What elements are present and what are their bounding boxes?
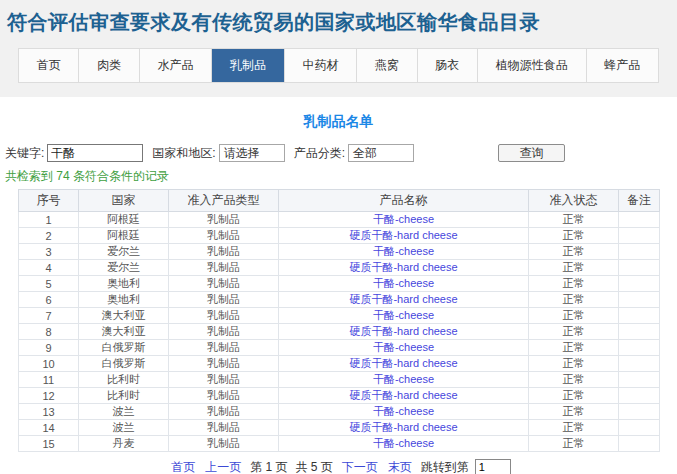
- cell-status: 正常: [529, 292, 619, 308]
- cell-no: 3: [19, 244, 79, 260]
- cell-remark: [619, 420, 660, 436]
- header-area: 符合评估审查要求及有传统贸易的国家或地区输华食品目录 首页肉类水产品乳制品中药材…: [0, 0, 677, 97]
- cell-product: 硬质干酪-hard cheese: [279, 260, 529, 276]
- column-header: 备注: [619, 190, 660, 212]
- cell-type: 乳制品: [169, 228, 279, 244]
- cell-product: 干酪-cheese: [279, 404, 529, 420]
- cell-type: 乳制品: [169, 436, 279, 452]
- page-info: 第 1 页: [250, 460, 287, 474]
- table-row: 5奥地利乳制品干酪-cheese正常: [19, 276, 660, 292]
- page-link-末页[interactable]: 末页: [388, 460, 412, 474]
- product-link[interactable]: 硬质干酪-hard cheese: [349, 421, 457, 433]
- table-row: 15丹麦乳制品干酪-cheese正常: [19, 436, 660, 452]
- cell-status: 正常: [529, 324, 619, 340]
- cell-remark: [619, 356, 660, 372]
- product-link[interactable]: 干酪-cheese: [373, 437, 434, 449]
- cell-no: 2: [19, 228, 79, 244]
- cell-type: 乳制品: [169, 244, 279, 260]
- cell-no: 15: [19, 436, 79, 452]
- cell-status: 正常: [529, 340, 619, 356]
- cell-country: 阿根廷: [79, 212, 169, 228]
- nav-tab-水产品[interactable]: 水产品: [140, 49, 212, 82]
- table-row: 6奥地利乳制品硬质干酪-hard cheese正常: [19, 292, 660, 308]
- cell-product: 干酪-cheese: [279, 212, 529, 228]
- table-row: 9白俄罗斯乳制品干酪-cheese正常: [19, 340, 660, 356]
- table-row: 12比利时乳制品硬质干酪-hard cheese正常: [19, 388, 660, 404]
- cell-type: 乳制品: [169, 212, 279, 228]
- product-link[interactable]: 干酪-cheese: [373, 245, 434, 257]
- jump-page-input[interactable]: [475, 459, 511, 474]
- query-button[interactable]: 查询: [498, 144, 565, 162]
- cell-remark: [619, 436, 660, 452]
- product-link[interactable]: 干酪-cheese: [373, 341, 434, 353]
- product-link[interactable]: 硬质干酪-hard cheese: [349, 325, 457, 337]
- nav-tab-燕窝[interactable]: 燕窝: [357, 49, 417, 82]
- cell-country: 波兰: [79, 404, 169, 420]
- cell-country: 白俄罗斯: [79, 356, 169, 372]
- cell-country: 白俄罗斯: [79, 340, 169, 356]
- cell-remark: [619, 244, 660, 260]
- product-link[interactable]: 干酪-cheese: [373, 373, 434, 385]
- cell-no: 11: [19, 372, 79, 388]
- table-row: 4爱尔兰乳制品硬质干酪-hard cheese正常: [19, 260, 660, 276]
- product-link[interactable]: 硬质干酪-hard cheese: [349, 293, 457, 305]
- nav-tab-植物源性食品[interactable]: 植物源性食品: [478, 49, 586, 82]
- cell-status: 正常: [529, 308, 619, 324]
- page-link-首页[interactable]: 首页: [171, 460, 195, 474]
- cell-country: 奥地利: [79, 292, 169, 308]
- cell-status: 正常: [529, 260, 619, 276]
- nav-tab-首页[interactable]: 首页: [19, 49, 79, 82]
- nav-tab-肠衣[interactable]: 肠衣: [418, 49, 478, 82]
- results-table: 序号国家准入产品类型产品名称准入状态备注 1阿根廷乳制品干酪-cheese正常2…: [18, 189, 660, 452]
- cell-country: 波兰: [79, 420, 169, 436]
- cell-type: 乳制品: [169, 404, 279, 420]
- cell-no: 8: [19, 324, 79, 340]
- cell-product: 硬质干酪-hard cheese: [279, 420, 529, 436]
- product-link[interactable]: 干酪-cheese: [373, 309, 434, 321]
- product-link[interactable]: 干酪-cheese: [373, 277, 434, 289]
- table-row: 1阿根廷乳制品干酪-cheese正常: [19, 212, 660, 228]
- cell-no: 7: [19, 308, 79, 324]
- product-link[interactable]: 硬质干酪-hard cheese: [349, 389, 457, 401]
- cell-remark: [619, 228, 660, 244]
- cell-remark: [619, 372, 660, 388]
- main-nav: 首页肉类水产品乳制品中药材燕窝肠衣植物源性食品蜂产品: [18, 48, 659, 83]
- category-select[interactable]: 全部: [348, 144, 414, 162]
- cell-type: 乳制品: [169, 308, 279, 324]
- product-link[interactable]: 干酪-cheese: [373, 405, 434, 417]
- nav-tab-蜂产品[interactable]: 蜂产品: [587, 49, 658, 82]
- cell-type: 乳制品: [169, 324, 279, 340]
- cell-type: 乳制品: [169, 276, 279, 292]
- country-label: 国家和地区:: [152, 145, 215, 162]
- table-header-row: 序号国家准入产品类型产品名称准入状态备注: [19, 190, 660, 212]
- product-link[interactable]: 硬质干酪-hard cheese: [349, 229, 457, 241]
- cell-no: 5: [19, 276, 79, 292]
- cell-remark: [619, 260, 660, 276]
- nav-tab-肉类[interactable]: 肉类: [79, 49, 139, 82]
- cell-remark: [619, 292, 660, 308]
- cell-product: 干酪-cheese: [279, 372, 529, 388]
- page-link-上一页[interactable]: 上一页: [205, 460, 241, 474]
- keyword-input[interactable]: [47, 144, 143, 162]
- cell-country: 阿根廷: [79, 228, 169, 244]
- page-link-下一页[interactable]: 下一页: [342, 460, 378, 474]
- cell-type: 乳制品: [169, 420, 279, 436]
- cell-product: 硬质干酪-hard cheese: [279, 228, 529, 244]
- product-link[interactable]: 硬质干酪-hard cheese: [349, 261, 457, 273]
- country-select[interactable]: 请选择: [219, 144, 285, 162]
- product-link[interactable]: 硬质干酪-hard cheese: [349, 357, 457, 369]
- cell-remark: [619, 212, 660, 228]
- page-info: 跳转到第: [421, 460, 469, 474]
- cell-status: 正常: [529, 436, 619, 452]
- cell-product: 干酪-cheese: [279, 276, 529, 292]
- nav-tab-乳制品[interactable]: 乳制品: [212, 49, 284, 82]
- product-link[interactable]: 干酪-cheese: [373, 213, 434, 225]
- cell-status: 正常: [529, 372, 619, 388]
- cell-country: 爱尔兰: [79, 244, 169, 260]
- keyword-label: 关键字:: [5, 145, 44, 162]
- cell-product: 硬质干酪-hard cheese: [279, 324, 529, 340]
- column-header: 序号: [19, 190, 79, 212]
- cell-product: 干酪-cheese: [279, 436, 529, 452]
- nav-tab-中药材[interactable]: 中药材: [285, 49, 357, 82]
- table-row: 2阿根廷乳制品硬质干酪-hard cheese正常: [19, 228, 660, 244]
